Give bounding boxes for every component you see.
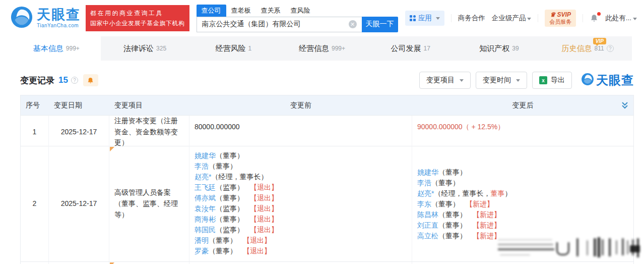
- person-name-link[interactable]: 陈昌林: [417, 210, 438, 219]
- tab-operating-risk[interactable]: 经营风险1: [189, 36, 278, 61]
- tab-count: 17: [424, 45, 430, 52]
- person-name-link[interactable]: 商海彬: [195, 215, 216, 223]
- tab-count: 325: [156, 45, 166, 52]
- divider: [583, 14, 583, 22]
- person-name-link[interactable]: 李浩: [195, 162, 209, 170]
- search-input[interactable]: [197, 17, 362, 32]
- search-tab-relation[interactable]: 查关系: [256, 5, 286, 17]
- help-icon[interactable]: ?: [71, 77, 78, 84]
- tianyancha-watermark: 天眼查: [581, 72, 634, 88]
- tab-legal-litigation[interactable]: 法律诉讼325: [101, 36, 189, 61]
- nav-enterprise-products[interactable]: 企业级产品: [492, 14, 532, 23]
- search-tab-boss[interactable]: 查老板: [226, 5, 256, 17]
- person-name-link[interactable]: 赵亮*: [195, 173, 211, 181]
- person-entry: 陈昌林（董事）【新进】: [417, 209, 511, 220]
- person-name-link[interactable]: 姚建华: [195, 151, 216, 160]
- header-after: 变更后: [412, 95, 633, 115]
- section-title: 变更记录: [20, 75, 54, 86]
- row1-after-value: 90000.000000（ + 12.5%）: [412, 116, 633, 148]
- export-label: 导出: [551, 76, 565, 85]
- person-entry: 傅亦斌（董事）【退出】: [195, 193, 278, 203]
- svip-sublabel: 会员服务: [549, 19, 571, 26]
- person-role: （董事）: [431, 200, 460, 208]
- person-name-link[interactable]: 潘明: [195, 236, 209, 244]
- person-entry: 刘正直（董事）【新进】: [417, 220, 511, 231]
- header-date: 变更日期: [49, 95, 109, 115]
- table-row-partial: [21, 262, 633, 264]
- person-name-link[interactable]: 高立松: [417, 232, 438, 240]
- person-role: （监事）: [216, 183, 244, 191]
- row1-date: 2025-12-17: [49, 116, 109, 148]
- person-status-tag: 【退出】: [250, 226, 278, 234]
- person-name-link[interactable]: 刘正直: [417, 221, 438, 229]
- apps-menu[interactable]: 应用: [405, 11, 444, 26]
- person-entry: 潘明（董事）【退出】: [195, 235, 278, 246]
- person-entry: 赵亮*（经理，董事长）: [195, 172, 278, 182]
- tab-label: 公司发展: [391, 44, 421, 54]
- help-icon[interactable]: ?: [607, 45, 614, 52]
- chevron-down-icon: [633, 18, 637, 20]
- person-role: （董事）: [216, 194, 244, 202]
- person-name-link[interactable]: 罗豪: [195, 247, 209, 255]
- brand-domain: TianYanCha.com: [37, 23, 81, 28]
- excel-icon: x: [539, 76, 547, 84]
- tab-label: 经营风险: [215, 44, 245, 54]
- row2-item: 高级管理人员备案（董事、监事、经理等）: [109, 146, 189, 261]
- export-button[interactable]: x 导出: [532, 72, 572, 89]
- search-button[interactable]: 天眼一下: [362, 17, 398, 32]
- person-entry: 赵亮*（经理，董事长，董事）: [417, 188, 511, 199]
- search-tab-risk[interactable]: 查风险: [286, 5, 315, 17]
- person-name-link[interactable]: 李浩: [417, 179, 431, 187]
- promo-banner: 都在用的商业查询工具 国家中小企业发展子基金旗下机构: [86, 5, 189, 32]
- person-status-tag: 【新进】: [473, 232, 501, 240]
- tab-label: 历史信息: [562, 44, 592, 54]
- tab-count: 1: [248, 45, 251, 52]
- person-entry: 姚建华（董事）: [417, 167, 511, 178]
- apps-label: 应用: [418, 14, 432, 23]
- apps-grid-icon: [410, 15, 416, 21]
- tab-count: 39: [512, 45, 519, 52]
- person-name-link[interactable]: 王飞廷: [195, 183, 216, 191]
- clear-icon[interactable]: ✕: [349, 20, 357, 28]
- svip-member-service[interactable]: ♛ SVIP 会员服务: [545, 10, 576, 27]
- divider: [451, 14, 452, 22]
- search-tab-company[interactable]: 查公司: [197, 5, 226, 17]
- tab-label: 经营信息: [299, 44, 329, 54]
- person-name-link[interactable]: 袁汝年: [195, 204, 216, 213]
- filter-change-time-button[interactable]: 变更时间: [476, 72, 527, 89]
- person-name-link[interactable]: 赵亮*: [417, 189, 434, 197]
- person-entry: 罗豪（董事）【退出】: [195, 246, 278, 256]
- person-status-tag: 【退出】: [250, 204, 278, 213]
- row1-no: 1: [21, 116, 49, 148]
- person-entry: 韩国民（监事）【退出】: [195, 225, 278, 235]
- section-count: 15: [58, 75, 68, 85]
- person-status-tag: 【退出】: [250, 183, 278, 191]
- filter-change-item-button[interactable]: 变更项目: [419, 72, 471, 89]
- enterprise-label: 企业级产品: [492, 14, 526, 22]
- person-name-link[interactable]: 傅亦斌: [195, 194, 216, 202]
- person-name-link[interactable]: 李东: [417, 200, 431, 208]
- tab-label: 知识产权: [479, 44, 509, 54]
- tab-intellectual-property[interactable]: 知识产权39: [455, 36, 544, 61]
- tab-operating-info[interactable]: 经营信息999+: [278, 36, 366, 61]
- person-entry: 李浩（董事）: [195, 161, 278, 172]
- person-name-link[interactable]: 姚建华: [417, 168, 438, 176]
- person-role: （董事）: [438, 168, 467, 176]
- tianyancha-logo[interactable]: 天眼查 TianYanCha.com: [10, 6, 81, 31]
- nav-business-cooperation[interactable]: 商务合作: [458, 14, 485, 23]
- person-role: （董事）: [431, 179, 460, 187]
- user-menu[interactable]: 此处有...: [605, 14, 637, 23]
- notifications-bell-icon[interactable]: [590, 14, 599, 23]
- person-name-link[interactable]: 韩国民: [195, 226, 216, 234]
- subscribe-bell-button[interactable]: [83, 74, 98, 86]
- person-status-tag: 【退出】: [243, 247, 271, 255]
- collapse-all-icon[interactable]: [621, 101, 628, 113]
- person-role: （监事）: [216, 226, 244, 234]
- tab-label: 基本信息: [33, 44, 63, 54]
- person-status-tag: 【新进】: [473, 221, 501, 229]
- filter-change-item-label: 变更项目: [426, 76, 455, 85]
- person-role: （董事）: [209, 236, 237, 244]
- tab-history-info[interactable]: 历史信息811?VIP: [543, 36, 632, 61]
- tab-company-development[interactable]: 公司发展17: [366, 36, 455, 61]
- tab-basic-info[interactable]: 基本信息999+: [12, 36, 101, 61]
